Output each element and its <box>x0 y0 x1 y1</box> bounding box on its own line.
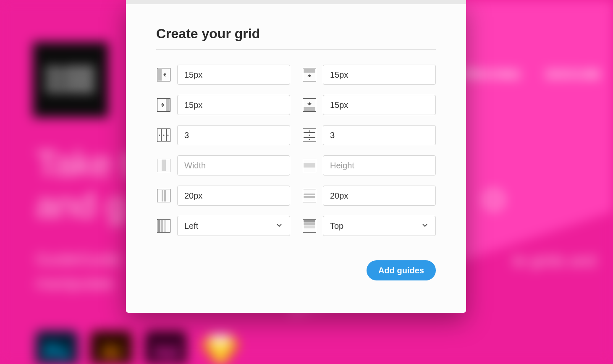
row-gutter-input[interactable]: 20px <box>323 186 436 206</box>
create-grid-dialog: Create your grid 15px <box>126 0 466 313</box>
bg-subheading: GuideGuide manipulate <box>36 248 121 296</box>
field-row-count: 3 <box>302 125 436 145</box>
svg-rect-32 <box>304 163 315 168</box>
add-guides-button[interactable]: Add guides <box>367 260 436 280</box>
bg-heading: Take t and g <box>36 143 132 226</box>
svg-point-22 <box>168 135 169 136</box>
svg-rect-10 <box>158 69 162 81</box>
row-count-input[interactable]: 3 <box>323 125 436 145</box>
svg-point-20 <box>159 135 160 136</box>
svg-rect-46 <box>304 226 315 228</box>
row-height-icon <box>302 158 317 173</box>
field-column-width: Width <box>156 155 290 175</box>
field-column-count: 3 <box>156 125 290 145</box>
guideguide-logo: GUIDE GUIDE <box>33 42 108 118</box>
field-row-align: Top <box>302 216 436 236</box>
svg-point-21 <box>163 135 165 136</box>
column-count-input[interactable]: 3 <box>177 125 290 145</box>
column-align-icon <box>156 218 171 233</box>
svg-rect-42 <box>164 220 166 232</box>
svg-rect-40 <box>158 220 160 232</box>
svg-point-26 <box>309 131 310 132</box>
field-row-height: Height <box>302 155 436 175</box>
field-column-gutter: 20px <box>156 186 290 206</box>
dialog-title: Create your grid <box>156 26 436 50</box>
row-height-input[interactable]: Height <box>323 155 436 175</box>
svg-point-27 <box>309 135 310 136</box>
column-margin-right-input[interactable]: 15px <box>177 95 290 115</box>
row-align-icon <box>302 218 317 233</box>
column-count-icon <box>156 128 171 143</box>
column-width-icon <box>156 158 171 173</box>
svg-rect-35 <box>164 190 166 202</box>
dialog-actions: Add guides <box>156 260 436 280</box>
row-count-icon <box>302 128 317 143</box>
column-margin-left-input[interactable]: 15px <box>177 65 290 85</box>
row-margin-top-input[interactable]: 15px <box>323 65 436 85</box>
field-row-margin-top: 15px <box>302 65 436 85</box>
svg-rect-16 <box>304 107 315 111</box>
svg-rect-30 <box>162 160 166 171</box>
chevron-down-icon <box>421 221 429 231</box>
sketch-icon <box>199 331 241 364</box>
svg-rect-14 <box>166 99 170 111</box>
bg-app-icons: Ps Ai Xd <box>36 331 241 364</box>
column-gutter-icon <box>156 188 171 203</box>
row-margin-top-icon <box>302 67 317 82</box>
svg-rect-34 <box>162 190 163 202</box>
svg-rect-36 <box>303 189 316 202</box>
svg-point-28 <box>309 139 310 140</box>
svg-marker-2 <box>231 335 239 346</box>
bg-nav: PRICING DOCUM <box>460 67 600 81</box>
xd-icon: Xd <box>145 331 187 364</box>
field-column-margin-right: 15px <box>156 95 290 115</box>
svg-rect-38 <box>304 196 315 198</box>
bg-sub-right: te grids and <box>513 252 596 270</box>
chevron-down-icon <box>275 221 283 231</box>
bg-circle <box>484 190 504 210</box>
svg-marker-1 <box>202 335 210 346</box>
field-column-margin-left: 15px <box>156 65 290 85</box>
svg-rect-12 <box>304 69 315 73</box>
illustrator-icon: Ai <box>90 331 132 364</box>
field-row-gutter: 20px <box>302 186 436 206</box>
column-margin-left-icon <box>156 67 171 82</box>
svg-rect-33 <box>157 189 170 202</box>
column-gutter-input[interactable]: 20px <box>177 186 290 206</box>
column-align-select[interactable]: Left <box>177 216 290 236</box>
column-margin-right-icon <box>156 97 171 113</box>
field-column-align: Left <box>156 216 290 236</box>
svg-rect-41 <box>161 220 163 232</box>
svg-rect-37 <box>304 194 315 195</box>
photoshop-icon: Ps <box>36 331 78 364</box>
row-margin-bottom-input[interactable]: 15px <box>323 95 436 115</box>
row-margin-bottom-icon <box>302 97 317 113</box>
row-align-select[interactable]: Top <box>323 216 436 236</box>
row-gutter-icon <box>302 188 317 203</box>
column-width-input[interactable]: Width <box>177 155 290 175</box>
svg-rect-44 <box>304 220 315 223</box>
field-row-margin-bottom: 15px <box>302 95 436 115</box>
grid-form: 15px 15px <box>156 65 436 236</box>
svg-rect-45 <box>304 223 315 225</box>
